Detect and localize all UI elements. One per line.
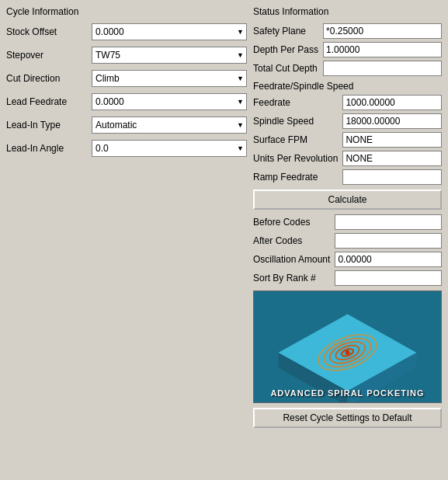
cut-direction-wrapper[interactable]: Climb — [92, 70, 247, 87]
ramp-feedrate-value — [342, 169, 442, 185]
cut-direction-label: Cut Direction — [6, 73, 92, 84]
before-codes-value — [335, 214, 442, 230]
units-per-rev-label: Units Per Revolution — [253, 153, 338, 164]
depth-per-pass-value: 1.00000 — [323, 42, 442, 57]
preview-svg — [254, 291, 441, 402]
preview-box: ADVANCED SPIRAL POCKETING — [253, 290, 442, 403]
lead-feedrate-wrapper[interactable]: 0.0000 — [92, 93, 247, 110]
feedrate-label: Feedrate — [253, 97, 338, 108]
spindle-speed-label: Spindle Speed — [253, 116, 338, 127]
right-section-title: Status Information — [253, 6, 442, 17]
feedrate-value: 1000.00000 — [342, 95, 442, 110]
status-grid: Safety Plane *0.25000 Depth Per Pass 1.0… — [253, 23, 442, 76]
lead-in-type-select[interactable]: Automatic — [92, 117, 247, 134]
total-cut-depth-label: Total Cut Depth — [253, 63, 318, 74]
units-per-rev-value: NONE — [342, 151, 442, 166]
calculate-button[interactable]: Calculate — [253, 190, 442, 210]
safety-plane-value: *0.25000 — [323, 23, 442, 39]
lead-feedrate-label: Lead Feedrate — [6, 96, 92, 107]
lead-in-angle-row: Lead-In Angle 0.0 — [6, 140, 247, 157]
stock-offset-select[interactable]: 0.0000 — [92, 23, 247, 40]
surface-fpm-value: NONE — [342, 132, 442, 148]
lead-feedrate-select[interactable]: 0.0000 — [92, 93, 247, 110]
bottom-section: Before Codes After Codes Oscillation Amo… — [253, 214, 442, 286]
reset-button[interactable]: Reset Cycle Settings to Default — [253, 408, 442, 428]
stepover-row: Stepover TW75 — [6, 47, 247, 64]
preview-label: ADVANCED SPIRAL POCKETING — [254, 388, 441, 398]
left-panel: Cycle Information Stock Offset 0.0000 St… — [6, 6, 247, 474]
depth-per-pass-label: Depth Per Pass — [253, 44, 318, 55]
spindle-speed-value: 18000.00000 — [342, 113, 442, 129]
cut-direction-select[interactable]: Climb — [92, 70, 247, 87]
feedrate-section-title: Feedrate/Spindle Speed — [253, 81, 442, 92]
main-container: Cycle Information Stock Offset 0.0000 St… — [0, 0, 448, 480]
lead-in-angle-wrapper[interactable]: 0.0 — [92, 140, 247, 157]
after-codes-value — [335, 233, 442, 249]
after-codes-label: After Codes — [253, 235, 330, 246]
lead-in-angle-label: Lead-In Angle — [6, 143, 92, 154]
feedrate-grid: Feedrate 1000.00000 Spindle Speed 18000.… — [253, 95, 442, 185]
cut-direction-row: Cut Direction Climb — [6, 70, 247, 87]
oscillation-amount-value: 0.00000 — [335, 252, 442, 267]
sort-by-rank-label: Sort By Rank # — [253, 273, 330, 283]
lead-in-type-wrapper[interactable]: Automatic — [92, 117, 247, 134]
stock-offset-row: Stock Offset 0.0000 — [6, 23, 247, 40]
stepover-wrapper[interactable]: TW75 — [92, 47, 247, 64]
safety-plane-label: Safety Plane — [253, 26, 318, 37]
left-section-title: Cycle Information — [6, 6, 247, 17]
stepover-select[interactable]: TW75 — [92, 47, 247, 64]
lead-in-type-label: Lead-In Type — [6, 120, 92, 130]
surface-fpm-label: Surface FPM — [253, 134, 338, 145]
total-cut-depth-value — [323, 61, 442, 76]
lead-in-type-row: Lead-In Type Automatic — [6, 117, 247, 134]
sort-by-rank-value — [335, 270, 442, 286]
ramp-feedrate-label: Ramp Feedrate — [253, 172, 338, 183]
oscillation-amount-label: Oscillation Amount — [253, 254, 330, 265]
stepover-label: Stepover — [6, 50, 92, 61]
before-codes-label: Before Codes — [253, 217, 330, 228]
stock-offset-wrapper[interactable]: 0.0000 — [92, 23, 247, 40]
lead-in-angle-select[interactable]: 0.0 — [92, 140, 247, 157]
right-panel: Status Information Safety Plane *0.25000… — [253, 6, 442, 474]
lead-feedrate-row: Lead Feedrate 0.0000 — [6, 93, 247, 110]
stock-offset-label: Stock Offset — [6, 26, 92, 37]
